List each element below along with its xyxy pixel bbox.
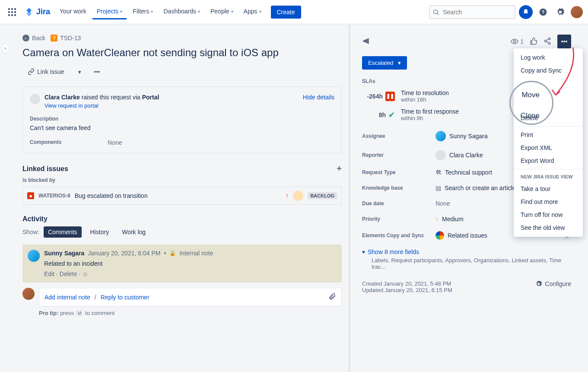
chevron-down-icon: ▾ [362,248,365,255]
share-button[interactable] [544,37,551,46]
status-dropdown[interactable]: Escalated▾ [362,56,407,70]
comment-author-avatar [28,250,40,262]
add-linked-issue-button[interactable]: + [337,164,342,174]
request-type-value[interactable]: 🛠 Technical support [435,169,492,176]
like-button[interactable] [530,37,537,46]
comment-author: Sunny Sagara [44,250,84,257]
assignee-value[interactable]: Sunny Sagara [435,131,488,141]
filter-worklog[interactable]: Work log [118,226,150,238]
issue-title[interactable]: Camera on WaterCleaner not sending signa… [22,47,342,59]
due-date-value[interactable]: None [435,200,450,207]
comment-react-icon[interactable]: ☺ [82,270,88,277]
nav-your-work[interactable]: Your work [55,4,91,19]
link-issue-button[interactable]: Link issue [22,65,69,79]
more-fields-summary: Labels, Request participants, Approvers,… [372,257,571,270]
svg-point-5 [548,38,550,40]
toolbar-more-button[interactable]: ••• [90,65,104,79]
lock-icon: 🔒 [169,250,176,256]
nav-projects[interactable]: Projects▾ [92,4,127,19]
assignee-label: Assignee [362,133,435,139]
menu-export-word[interactable]: Export Word [514,154,583,167]
nav-dashboards[interactable]: Dashboards▾ [159,4,204,19]
reporter-avatar [435,150,446,160]
comment-item: Sunny Sagara January 20, 2021, 6:04 PM •… [22,245,342,283]
comment-time: January 20, 2021, 6:04 PM [88,250,160,257]
requester-avatar [30,94,40,104]
menu-find-out-more[interactable]: Find out more [514,195,583,208]
reply-box[interactable]: Add internal note / Reply to customer [39,288,342,306]
nav-people[interactable]: People▾ [206,4,238,19]
description-label: Description [30,116,334,122]
activity-show-label: Show: [22,229,39,235]
reporter-value[interactable]: Clara Clarke [435,150,483,160]
filter-comments[interactable]: Comments [44,226,82,238]
nav-apps[interactable]: Apps▾ [239,4,266,19]
app-switcher-icon[interactable] [5,5,19,19]
more-actions-menu: Log work Copy and Sync Delete Print Expo… [514,48,583,237]
svg-line-1 [437,13,439,15]
jira-logo[interactable]: Jira [24,7,50,17]
create-button[interactable]: Create [271,6,301,19]
linked-issue-row[interactable]: ■ WATERIOS-8 Bug escalated on transition… [22,187,342,205]
link-issue-dropdown[interactable]: ▾ [73,65,86,79]
svg-line-9 [546,41,548,43]
expand-sidebar-button[interactable]: › [2,43,9,54]
feedback-icon[interactable] [362,37,371,47]
show-more-fields[interactable]: ▾ Show 8 more fields [362,248,571,255]
current-user-avatar [22,288,35,300]
article-icon: ▤ [435,184,441,191]
settings-icon[interactable] [553,5,567,19]
internal-note-label: Internal note [179,250,213,257]
knowledge-base-label: Knowledge base [362,185,435,191]
filter-history[interactable]: History [86,226,114,238]
components-label: Components [30,139,108,146]
knowledge-base-value[interactable]: ▤ Search or create an article [435,184,515,191]
svg-point-6 [544,40,547,42]
search-input[interactable] [429,5,515,19]
updated-date: Updated January 20, 2021, 6:15 PM [362,287,452,293]
attachment-icon[interactable] [328,293,336,302]
hide-details-link[interactable]: Hide details [303,94,334,101]
sla-breached-icon: ❚❚ [385,92,395,101]
components-value[interactable]: None [108,139,122,146]
priority-value[interactable]: ↑ Medium [435,216,464,223]
menu-log-work[interactable]: Log work [514,51,583,64]
request-type-label: Request Type [362,169,435,175]
svg-point-4 [514,41,516,43]
comment-delete-link[interactable]: Delete [60,270,77,277]
ecs-label: Elements Copy and Sync [362,232,435,238]
reply-to-customer-link[interactable]: Reply to customer [101,294,149,301]
add-internal-note-link[interactable]: Add internal note [44,294,90,301]
issue-key[interactable]: ? TSD-13 [51,35,81,41]
notifications-icon[interactable] [519,5,533,19]
assignee-avatar [435,131,446,141]
comment-edit-link[interactable]: Edit [44,270,54,277]
user-avatar[interactable] [571,6,583,18]
menu-print[interactable]: Print [514,128,583,141]
sla-ok-icon: ✔ [388,110,395,120]
menu-export-xml[interactable]: Export XML [514,141,583,154]
reporter-label: Reporter [362,152,435,158]
nav-filters[interactable]: Filters▾ [128,4,157,19]
menu-copy-and-sync[interactable]: Copy and Sync [514,64,583,77]
menu-turn-off[interactable]: Turn off for now [514,208,583,221]
search-box [429,5,515,19]
back-link[interactable]: ← Back [22,35,45,41]
activity-header: Activity [22,215,48,223]
request-channel: Portal [142,94,159,101]
more-actions-button[interactable]: ••• [557,35,571,48]
menu-take-tour[interactable]: Take a tour [514,182,583,195]
description-text[interactable]: Can't see camera feed [30,124,334,131]
watch-button[interactable]: 1 [511,38,524,45]
ecs-icon [435,231,444,240]
menu-delete[interactable]: Delete [514,111,583,124]
linked-issue-assignee-avatar [293,191,303,201]
issue-type-icon: ? [51,35,57,41]
menu-old-view[interactable]: See the old view [514,221,583,234]
logo-text: Jira [36,7,50,16]
issue-content: ← Back ? TSD-13 Camera on WaterCleaner n… [9,24,350,372]
view-in-portal-link[interactable]: View request in portal [44,102,99,109]
linked-issues-header: Linked issues [22,165,68,173]
configure-link[interactable]: Configure [535,280,571,287]
help-icon[interactable]: ? [536,5,550,19]
